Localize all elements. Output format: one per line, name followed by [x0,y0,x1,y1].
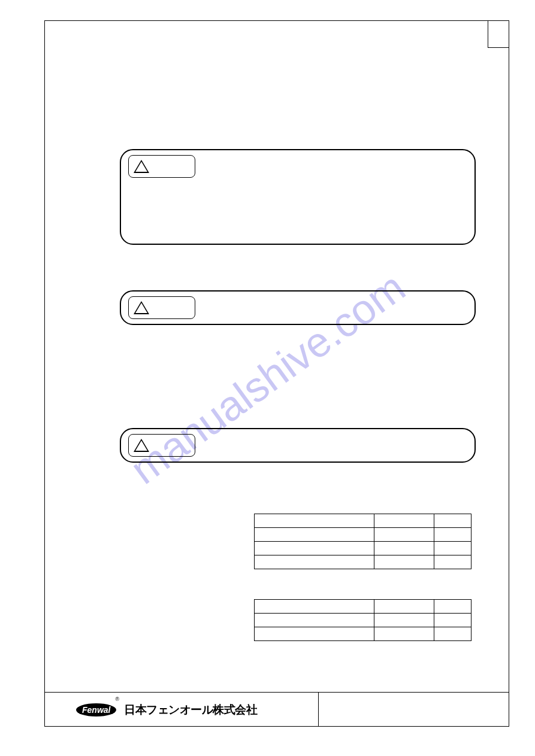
table-row [255,614,471,627]
warning-box-1 [120,149,476,245]
warning-triangle-icon [134,301,149,314]
data-table-1 [254,514,471,569]
data-table-2 [254,599,471,641]
table-row [255,600,471,614]
warning-triangle-icon [134,160,149,173]
warning-label-2 [128,296,195,319]
warning-box-2 [120,290,476,325]
warning-label-1 [128,155,195,178]
footer-vertical-divider [318,693,319,726]
warning-triangle-icon [134,439,149,452]
table-row [255,514,471,528]
warning-box-3 [120,428,476,463]
table-row [255,542,471,555]
table-row [255,627,471,641]
footer-divider [45,692,509,693]
warning-label-3 [128,434,195,457]
registered-mark: ® [115,696,119,702]
page-frame: Fenwal® 日本フェンオール株式会社 [44,20,509,727]
fenwal-logo: Fenwal® 日本フェンオール株式会社 [76,702,257,718]
fenwal-pill: Fenwal [76,703,116,716]
table-row [255,528,471,542]
corner-box [488,20,509,48]
company-name-jp: 日本フェンオール株式会社 [124,702,257,718]
table-row [255,555,471,569]
